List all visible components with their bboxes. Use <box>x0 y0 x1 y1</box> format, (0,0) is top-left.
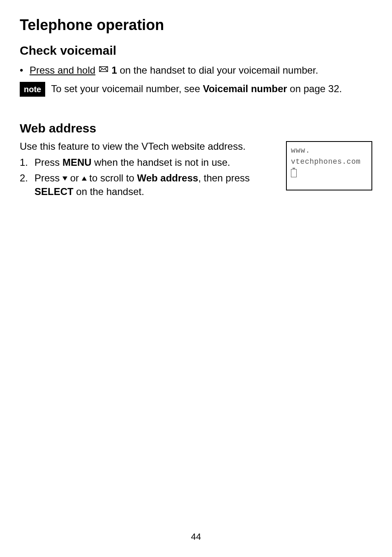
web-step-2: 2. Press or to scroll to Web address, th… <box>20 171 270 199</box>
step1-before: Press <box>35 157 62 168</box>
step2-b: or <box>67 172 82 183</box>
press-and-hold-text: Press and hold <box>30 65 95 76</box>
key-1: 1 <box>111 65 117 76</box>
up-arrow-icon <box>82 176 87 181</box>
voicemail-note-text: To set your voicemail number, see Voicem… <box>51 82 342 97</box>
web-address-section: Use this feature to view the VTech websi… <box>20 139 372 199</box>
page-title: Telephone operation <box>20 16 372 34</box>
voicemail-instruction-text: Press and hold 1 on the handset to dial … <box>30 62 318 77</box>
note-after: on page 32. <box>287 83 342 94</box>
voicemail-note-row: note To set your voicemail number, see V… <box>20 82 372 97</box>
step2-select: SELECT <box>35 186 74 197</box>
step1-menu: MENU <box>62 157 92 168</box>
note-bold: Voicemail number <box>203 83 287 94</box>
voicemail-instruction-tail: on the handset to dial your voicemail nu… <box>117 65 318 76</box>
web-address-heading: Web address <box>20 121 372 135</box>
voicemail-instruction-row: • Press and hold 1 on the handset to dia… <box>20 62 372 77</box>
step2-a: Press <box>35 172 62 183</box>
battery-icon <box>291 169 297 177</box>
step2-body: Press or to scroll to Web address, then … <box>35 171 270 199</box>
step2-d: , then press <box>198 172 249 183</box>
handset-screen: www. vtechphones.com <box>286 141 372 190</box>
note-before: To set your voicemail number, see <box>51 83 203 94</box>
page-number: 44 <box>0 531 392 542</box>
down-arrow-icon <box>62 176 67 181</box>
step1-number: 1. <box>20 155 31 169</box>
step2-webaddress: Web address <box>137 172 198 183</box>
step1-after: when the handset is not in use. <box>92 157 231 168</box>
check-voicemail-heading: Check voicemail <box>20 44 372 58</box>
step1-body: Press MENU when the handset is not in us… <box>35 155 230 169</box>
step2-number: 2. <box>20 171 31 199</box>
screen-line-2: vtechphones.com <box>291 156 367 167</box>
step2-e: on the handset. <box>74 186 144 197</box>
bullet-dot: • <box>20 65 30 76</box>
web-step-1: 1. Press MENU when the handset is not in… <box>20 155 270 169</box>
note-badge: note <box>20 82 45 97</box>
voicemail-icon <box>99 62 108 76</box>
screen-line-1: www. <box>291 145 367 156</box>
step2-c: to scroll to <box>87 172 137 183</box>
